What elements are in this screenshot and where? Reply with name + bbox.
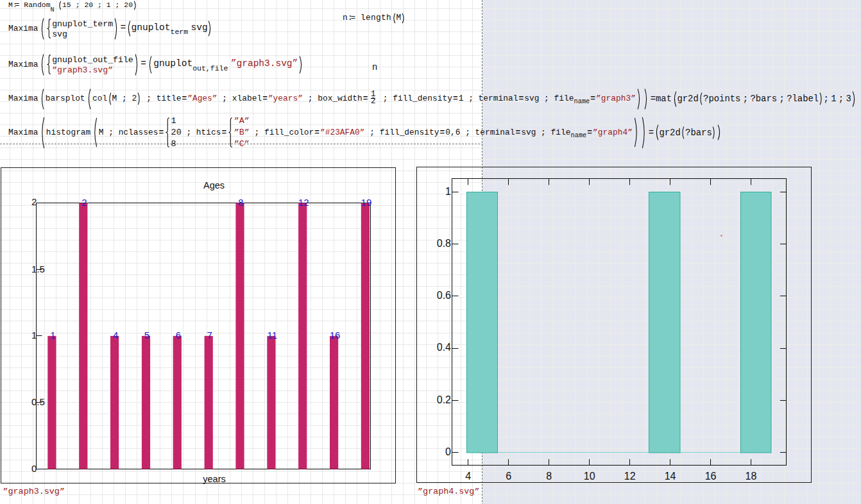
- svg-text:7: 7: [207, 330, 212, 340]
- svg-text:10: 10: [584, 471, 595, 482]
- svg-text:2: 2: [81, 197, 87, 208]
- svg-text:4: 4: [465, 471, 471, 482]
- svg-text:18: 18: [746, 471, 757, 482]
- svg-text:0.4: 0.4: [437, 342, 451, 353]
- svg-text:”graph4.svg”: ”graph4.svg”: [418, 487, 479, 496]
- svg-text:6: 6: [506, 471, 511, 482]
- svg-text:1.5: 1.5: [31, 264, 45, 274]
- svg-text:0: 0: [445, 446, 451, 457]
- svg-text:12: 12: [624, 471, 636, 482]
- svg-text:years: years: [203, 474, 225, 484]
- svg-text:1: 1: [445, 186, 451, 197]
- svg-text:16: 16: [330, 330, 341, 340]
- svg-text:8: 8: [238, 197, 243, 208]
- svg-text:1: 1: [50, 330, 55, 340]
- svg-text:5: 5: [144, 330, 149, 340]
- svg-text:1: 1: [31, 330, 37, 340]
- svg-text:0: 0: [31, 463, 37, 474]
- svg-text:0.5: 0.5: [31, 396, 45, 407]
- svg-text:19: 19: [361, 197, 372, 208]
- svg-text:6: 6: [176, 330, 181, 340]
- svg-text:4: 4: [113, 330, 118, 340]
- svg-text:Ages: Ages: [203, 180, 225, 190]
- svg-text:14: 14: [665, 471, 676, 482]
- svg-text:2: 2: [31, 196, 37, 207]
- svg-text:12: 12: [298, 197, 309, 208]
- svg-text:0.6: 0.6: [437, 290, 451, 301]
- svg-text:16: 16: [705, 471, 717, 482]
- svg-text:8: 8: [546, 471, 552, 482]
- svg-text:0.8: 0.8: [437, 238, 451, 249]
- svg-text:”graph3.svg”: ”graph3.svg”: [3, 487, 65, 496]
- svg-text:0.2: 0.2: [437, 394, 451, 405]
- svg-text:11: 11: [268, 330, 278, 340]
